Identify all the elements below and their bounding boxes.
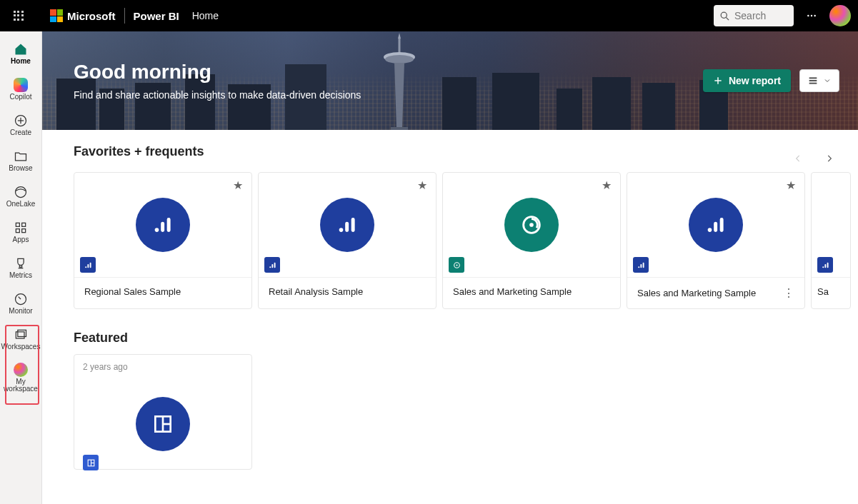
microsoft-logo-icon [50, 9, 63, 22]
svg-point-0 [721, 12, 727, 18]
nav-browse[interactable]: Browse [0, 143, 41, 178]
featured-card[interactable]: 2 years ago [74, 354, 252, 470]
svg-point-18 [385, 55, 414, 64]
nav-metrics[interactable]: Metrics [0, 250, 41, 286]
nav-label: Metrics [9, 272, 32, 279]
more-options-button[interactable] [802, 6, 821, 25]
content-card[interactable]: Sa [811, 172, 851, 309]
svg-rect-16 [399, 39, 401, 54]
svg-rect-31 [345, 222, 349, 232]
nav-label: Monitor [9, 308, 32, 315]
nav-copilot[interactable]: Copilot [0, 71, 41, 107]
favorites-section: Favorites + frequents ★ [42, 130, 858, 309]
avatar[interactable] [829, 5, 851, 26]
svg-point-43 [638, 266, 639, 268]
svg-line-1 [726, 17, 729, 20]
chevron-down-icon [823, 76, 832, 85]
featured-section: Featured 2 years ago [42, 309, 858, 470]
svg-rect-42 [720, 218, 724, 232]
content-card[interactable]: ★ Sales and Marketing Sample ⋮ [627, 172, 805, 309]
new-report-button[interactable]: New report [703, 69, 791, 92]
svg-point-4 [814, 15, 815, 16]
svg-rect-48 [827, 262, 828, 268]
card-title: Sa [817, 286, 829, 297]
content-card[interactable]: ★ Retail Analysis Sample [258, 172, 437, 309]
card-title: Sales and Marketing Sample [453, 286, 572, 297]
product-name: Power BI [134, 10, 179, 22]
new-report-label: New report [729, 75, 781, 86]
svg-point-33 [269, 266, 271, 268]
nav-label: Apps [13, 236, 29, 243]
nav-label: OneLake [6, 201, 36, 208]
carousel-nav [789, 150, 838, 167]
greeting-title: Good morning [74, 61, 361, 84]
nav-label: Workspaces [1, 343, 41, 351]
svg-rect-15 [18, 330, 26, 336]
svg-point-40 [708, 228, 712, 232]
left-nav: Home Copilot Create Browse OneLake Apps … [0, 31, 42, 504]
svg-rect-22 [809, 80, 817, 81]
svg-point-8 [16, 187, 26, 198]
main-content: Good morning Find and share actionable i… [42, 31, 858, 504]
star-icon[interactable]: ★ [417, 178, 427, 192]
workspace-avatar-icon [14, 363, 28, 377]
svg-point-30 [339, 228, 344, 232]
hero-banner: Good morning Find and share actionable i… [42, 31, 858, 130]
star-icon[interactable]: ★ [786, 178, 796, 192]
nav-onelake[interactable]: OneLake [0, 178, 41, 214]
svg-rect-11 [16, 229, 19, 233]
carousel-prev-button[interactable] [789, 150, 807, 167]
svg-rect-26 [167, 218, 171, 232]
nav-monitor[interactable]: Monitor [0, 286, 41, 321]
ellipsis-icon [806, 10, 817, 21]
nav-my-workspace[interactable]: My workspace [0, 357, 41, 398]
svg-rect-12 [22, 229, 26, 233]
svg-rect-23 [809, 83, 817, 84]
svg-rect-35 [274, 262, 275, 268]
hero-text: Good morning Find and share actionable i… [74, 61, 361, 101]
svg-rect-45 [642, 262, 644, 268]
star-icon[interactable]: ★ [233, 178, 243, 192]
topbar-divider [124, 8, 125, 24]
card-title: Sales and Marketing Sample [637, 288, 756, 298]
greeting-subtitle: Find and share actionable insights to ma… [74, 89, 361, 101]
content-card[interactable]: ★ Sales and Marketing Sample [442, 172, 621, 309]
nav-home[interactable]: Home [0, 36, 41, 71]
section-title-featured: Featured [74, 331, 858, 346]
svg-rect-47 [824, 263, 826, 267]
brand-label: Microsoft [67, 10, 116, 22]
svg-rect-28 [87, 263, 89, 267]
app-launcher-icon[interactable] [7, 4, 30, 27]
trophy-icon [14, 256, 28, 271]
nav-workspaces[interactable]: Workspaces [0, 321, 41, 357]
app-icon [504, 198, 559, 252]
svg-rect-10 [22, 223, 26, 226]
chevron-left-icon [793, 153, 803, 163]
nav-create[interactable]: Create [0, 107, 41, 143]
report-icon [689, 198, 743, 252]
carousel-next-button[interactable] [821, 150, 838, 167]
view-toggle-button[interactable] [799, 69, 839, 92]
svg-rect-34 [271, 263, 273, 267]
search-icon [719, 11, 730, 21]
card-more-button[interactable]: ⋮ [783, 286, 794, 300]
search-placeholder: Search [734, 10, 766, 21]
svg-point-2 [807, 15, 809, 16]
dashboard-icon [136, 397, 190, 451]
svg-rect-21 [809, 77, 817, 79]
card-title: Regional Sales Sample [84, 286, 181, 297]
nav-apps[interactable]: Apps [0, 214, 41, 250]
list-view-icon [807, 75, 819, 86]
svg-point-27 [85, 266, 86, 268]
nav-label: Create [10, 129, 31, 136]
breadcrumb[interactable]: Home [192, 10, 219, 21]
report-badge-icon [80, 257, 96, 273]
folder-icon [14, 149, 28, 163]
search-input[interactable]: Search [714, 5, 794, 26]
svg-point-17 [384, 52, 415, 62]
star-icon[interactable]: ★ [602, 178, 612, 192]
content-card[interactable]: ★ Regional Sales Sample [74, 172, 252, 309]
svg-rect-29 [89, 262, 91, 268]
card-row: ★ Regional Sales Sample ★ [74, 172, 858, 309]
svg-point-24 [155, 228, 159, 232]
